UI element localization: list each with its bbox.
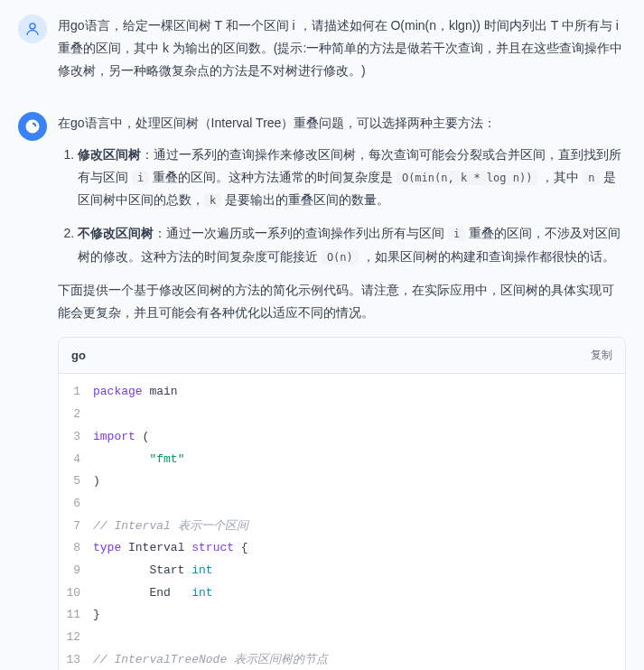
line-number: 7 bbox=[59, 516, 93, 538]
inline-code: i bbox=[132, 171, 149, 185]
line-number: 2 bbox=[59, 404, 93, 426]
ai-avatar bbox=[18, 112, 47, 141]
code-header: go 复制 bbox=[59, 338, 625, 374]
code-line: 1package main bbox=[59, 381, 625, 404]
item1-title: 修改区间树 bbox=[78, 147, 141, 162]
list-item: 修改区间树：通过一系列的查询操作来修改区间树，每次查询可能会分裂或合并区间，直到… bbox=[78, 144, 626, 212]
code-body: 1package main 2 3import ( 4 "fmt" 5) 6 7… bbox=[59, 374, 625, 670]
code-line: 6 bbox=[59, 493, 625, 516]
code-line: 2 bbox=[59, 404, 625, 426]
ai-icon bbox=[24, 118, 41, 135]
inline-code: n bbox=[583, 171, 600, 185]
user-icon bbox=[24, 21, 41, 37]
code-line: 10 End int bbox=[59, 582, 625, 605]
ai-message: 在go语言中，处理区间树（Interval Tree）重叠问题，可以选择两种主要… bbox=[0, 98, 644, 670]
inline-code: O(n) bbox=[322, 250, 359, 265]
user-avatar bbox=[18, 14, 47, 43]
item2-title: 不修改区间树 bbox=[78, 226, 154, 240]
line-number: 1 bbox=[59, 381, 93, 404]
ai-message-body: 在go语言中，处理区间树（Interval Tree）重叠问题，可以选择两种主要… bbox=[58, 112, 626, 670]
ai-intro: 在go语言中，处理区间树（Interval Tree）重叠问题，可以选择两种主要… bbox=[58, 112, 626, 135]
line-number: 9 bbox=[59, 560, 93, 582]
line-number: 11 bbox=[59, 604, 93, 627]
code-line: 7// Interval 表示一个区间 bbox=[59, 516, 625, 538]
method-list: 修改区间树：通过一系列的查询操作来修改区间树，每次查询可能会分裂或合并区间，直到… bbox=[58, 144, 626, 268]
user-message: 用go语言，给定一棵区间树 T 和一个区间 i ，请描述如何在 O(min(n，… bbox=[0, 0, 644, 98]
inline-code: O(min(n, k * log n)) bbox=[397, 171, 538, 185]
line-number: 8 bbox=[59, 537, 93, 560]
code-language: go bbox=[71, 345, 86, 366]
code-line: 11} bbox=[59, 604, 625, 627]
copy-button[interactable]: 复制 bbox=[591, 348, 612, 363]
line-number: 10 bbox=[59, 582, 93, 605]
ai-outro: 下面提供一个基于修改区间树的方法的简化示例代码。请注意，在实际应用中，区间树的具… bbox=[58, 279, 626, 324]
code-line: 3import ( bbox=[59, 426, 625, 449]
line-number: 3 bbox=[59, 426, 93, 449]
user-text: 用go语言，给定一棵区间树 T 和一个区间 i ，请描述如何在 O(min(n，… bbox=[58, 14, 626, 83]
line-number: 5 bbox=[59, 470, 93, 493]
code-line: 13// IntervalTreeNode 表示区间树的节点 bbox=[59, 649, 625, 670]
code-line: 9 Start int bbox=[59, 560, 625, 582]
code-line: 4 "fmt" bbox=[59, 449, 625, 471]
list-item: 不修改区间树：通过一次遍历或一系列的查询操作列出所有与区间 i 重叠的区间，不涉… bbox=[78, 222, 626, 267]
inline-code: i bbox=[448, 227, 465, 241]
line-number: 12 bbox=[59, 627, 93, 649]
user-message-body: 用go语言，给定一棵区间树 T 和一个区间 i ，请描述如何在 O(min(n，… bbox=[58, 14, 626, 83]
code-line: 5) bbox=[59, 470, 625, 493]
code-block: go 复制 1package main 2 3import ( 4 "fmt" … bbox=[58, 337, 626, 670]
line-number: 6 bbox=[59, 493, 93, 516]
line-number: 13 bbox=[59, 649, 93, 670]
line-number: 4 bbox=[59, 449, 93, 471]
code-line: 12 bbox=[59, 627, 625, 649]
inline-code: k bbox=[204, 193, 221, 208]
svg-point-0 bbox=[30, 23, 35, 29]
code-line: 8type Interval struct { bbox=[59, 537, 625, 560]
